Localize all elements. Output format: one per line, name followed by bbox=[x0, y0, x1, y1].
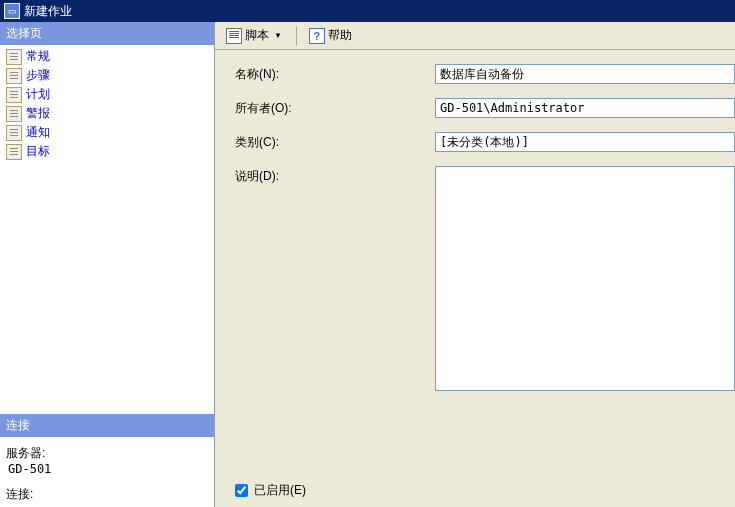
name-label: 名称(N): bbox=[235, 64, 435, 83]
nav-label: 通知 bbox=[26, 124, 50, 141]
connection-info: 服务器: GD-501 连接: bbox=[0, 437, 214, 507]
category-select[interactable] bbox=[435, 132, 735, 152]
row-name: 名称(N): bbox=[235, 64, 735, 84]
form: 名称(N): 所有者(O): 类别(C): 说明(D): bbox=[215, 50, 735, 482]
enabled-label: 已启用(E) bbox=[254, 482, 306, 499]
content-area: 脚本 ▼ ? 帮助 名称(N): 所有者(O): 类别(C): bbox=[215, 22, 735, 507]
row-description: 说明(D): bbox=[235, 166, 735, 391]
page-icon bbox=[6, 87, 22, 103]
help-button[interactable]: ? 帮助 bbox=[304, 24, 357, 47]
help-icon: ? bbox=[309, 28, 325, 44]
owner-input[interactable] bbox=[435, 98, 735, 118]
enabled-checkbox[interactable] bbox=[235, 484, 248, 497]
nav-label: 目标 bbox=[26, 143, 50, 160]
row-owner: 所有者(O): bbox=[235, 98, 735, 118]
nav-label: 常规 bbox=[26, 48, 50, 65]
nav-item-notifications[interactable]: 通知 bbox=[0, 123, 214, 142]
connection-label: 连接: bbox=[6, 486, 208, 503]
page-icon bbox=[6, 68, 22, 84]
nav-label: 警报 bbox=[26, 105, 50, 122]
nav-item-general[interactable]: 常规 bbox=[0, 47, 214, 66]
script-icon bbox=[226, 28, 242, 44]
name-input[interactable] bbox=[435, 64, 735, 84]
row-enabled: 已启用(E) bbox=[215, 482, 735, 507]
nav-item-steps[interactable]: 步骤 bbox=[0, 66, 214, 85]
nav-label: 步骤 bbox=[26, 67, 50, 84]
nav-item-targets[interactable]: 目标 bbox=[0, 142, 214, 161]
toolbar: 脚本 ▼ ? 帮助 bbox=[215, 22, 735, 50]
page-icon bbox=[6, 49, 22, 65]
page-icon bbox=[6, 125, 22, 141]
page-icon bbox=[6, 144, 22, 160]
main-container: 选择页 常规 步骤 计划 警报 通知 bbox=[0, 22, 735, 507]
description-label: 说明(D): bbox=[235, 166, 435, 185]
select-page-header: 选择页 bbox=[0, 22, 214, 45]
sidebar-spacer bbox=[0, 163, 214, 414]
script-label: 脚本 bbox=[245, 27, 269, 44]
nav-list: 常规 步骤 计划 警报 通知 目标 bbox=[0, 45, 214, 163]
server-value: GD-501 bbox=[6, 462, 208, 476]
window-icon: ▭ bbox=[4, 3, 20, 19]
server-label: 服务器: bbox=[6, 445, 208, 462]
category-label: 类别(C): bbox=[235, 132, 435, 151]
nav-item-alerts[interactable]: 警报 bbox=[0, 104, 214, 123]
nav-label: 计划 bbox=[26, 86, 50, 103]
row-category: 类别(C): bbox=[235, 132, 735, 152]
nav-item-schedules[interactable]: 计划 bbox=[0, 85, 214, 104]
connection-header: 连接 bbox=[0, 414, 214, 437]
page-icon bbox=[6, 106, 22, 122]
chevron-down-icon: ▼ bbox=[272, 31, 284, 40]
separator bbox=[296, 27, 297, 45]
window-title: 新建作业 bbox=[24, 3, 72, 20]
help-label: 帮助 bbox=[328, 27, 352, 44]
owner-label: 所有者(O): bbox=[235, 98, 435, 117]
description-textarea[interactable] bbox=[435, 166, 735, 391]
sidebar: 选择页 常规 步骤 计划 警报 通知 bbox=[0, 22, 215, 507]
script-button[interactable]: 脚本 ▼ bbox=[221, 24, 289, 47]
titlebar: ▭ 新建作业 bbox=[0, 0, 735, 22]
